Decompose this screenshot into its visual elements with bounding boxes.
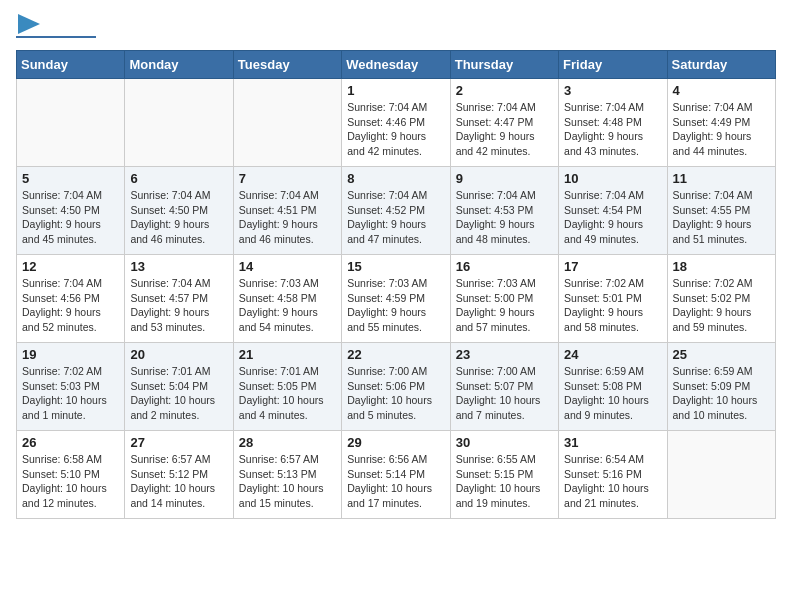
calendar-cell: 29Sunrise: 6:56 AM Sunset: 5:14 PM Dayli…: [342, 431, 450, 519]
calendar-cell: 3Sunrise: 7:04 AM Sunset: 4:48 PM Daylig…: [559, 79, 667, 167]
day-number: 23: [456, 347, 553, 362]
day-info: Sunrise: 7:01 AM Sunset: 5:04 PM Dayligh…: [130, 364, 227, 423]
day-number: 15: [347, 259, 444, 274]
calendar-cell: 26Sunrise: 6:58 AM Sunset: 5:10 PM Dayli…: [17, 431, 125, 519]
weekday-header: Sunday: [17, 51, 125, 79]
day-number: 31: [564, 435, 661, 450]
calendar-cell: 24Sunrise: 6:59 AM Sunset: 5:08 PM Dayli…: [559, 343, 667, 431]
day-info: Sunrise: 7:04 AM Sunset: 4:52 PM Dayligh…: [347, 188, 444, 247]
day-info: Sunrise: 7:04 AM Sunset: 4:56 PM Dayligh…: [22, 276, 119, 335]
day-info: Sunrise: 6:54 AM Sunset: 5:16 PM Dayligh…: [564, 452, 661, 511]
calendar-header: SundayMondayTuesdayWednesdayThursdayFrid…: [17, 51, 776, 79]
day-info: Sunrise: 7:03 AM Sunset: 4:59 PM Dayligh…: [347, 276, 444, 335]
calendar-cell: 11Sunrise: 7:04 AM Sunset: 4:55 PM Dayli…: [667, 167, 775, 255]
calendar-cell: 22Sunrise: 7:00 AM Sunset: 5:06 PM Dayli…: [342, 343, 450, 431]
calendar-cell: 30Sunrise: 6:55 AM Sunset: 5:15 PM Dayli…: [450, 431, 558, 519]
day-number: 8: [347, 171, 444, 186]
day-info: Sunrise: 6:59 AM Sunset: 5:09 PM Dayligh…: [673, 364, 770, 423]
calendar-cell: [17, 79, 125, 167]
day-number: 12: [22, 259, 119, 274]
day-number: 2: [456, 83, 553, 98]
calendar-cell: 14Sunrise: 7:03 AM Sunset: 4:58 PM Dayli…: [233, 255, 341, 343]
calendar-cell: [233, 79, 341, 167]
calendar-week-row: 19Sunrise: 7:02 AM Sunset: 5:03 PM Dayli…: [17, 343, 776, 431]
day-info: Sunrise: 7:02 AM Sunset: 5:02 PM Dayligh…: [673, 276, 770, 335]
calendar-cell: 27Sunrise: 6:57 AM Sunset: 5:12 PM Dayli…: [125, 431, 233, 519]
weekday-header: Thursday: [450, 51, 558, 79]
day-info: Sunrise: 7:04 AM Sunset: 4:49 PM Dayligh…: [673, 100, 770, 159]
day-info: Sunrise: 7:00 AM Sunset: 5:07 PM Dayligh…: [456, 364, 553, 423]
day-info: Sunrise: 7:04 AM Sunset: 4:54 PM Dayligh…: [564, 188, 661, 247]
day-info: Sunrise: 7:04 AM Sunset: 4:46 PM Dayligh…: [347, 100, 444, 159]
calendar-cell: 25Sunrise: 6:59 AM Sunset: 5:09 PM Dayli…: [667, 343, 775, 431]
day-number: 26: [22, 435, 119, 450]
day-number: 30: [456, 435, 553, 450]
day-info: Sunrise: 7:04 AM Sunset: 4:57 PM Dayligh…: [130, 276, 227, 335]
day-info: Sunrise: 7:00 AM Sunset: 5:06 PM Dayligh…: [347, 364, 444, 423]
day-number: 6: [130, 171, 227, 186]
day-number: 9: [456, 171, 553, 186]
calendar-cell: 12Sunrise: 7:04 AM Sunset: 4:56 PM Dayli…: [17, 255, 125, 343]
day-info: Sunrise: 6:57 AM Sunset: 5:13 PM Dayligh…: [239, 452, 336, 511]
calendar-cell: 17Sunrise: 7:02 AM Sunset: 5:01 PM Dayli…: [559, 255, 667, 343]
calendar-cell: 7Sunrise: 7:04 AM Sunset: 4:51 PM Daylig…: [233, 167, 341, 255]
calendar-cell: 31Sunrise: 6:54 AM Sunset: 5:16 PM Dayli…: [559, 431, 667, 519]
day-number: 11: [673, 171, 770, 186]
day-number: 10: [564, 171, 661, 186]
day-number: 7: [239, 171, 336, 186]
day-info: Sunrise: 6:58 AM Sunset: 5:10 PM Dayligh…: [22, 452, 119, 511]
logo-arrow-icon: [18, 14, 40, 34]
calendar-cell: 21Sunrise: 7:01 AM Sunset: 5:05 PM Dayli…: [233, 343, 341, 431]
page-header: [16, 16, 776, 38]
weekday-header: Tuesday: [233, 51, 341, 79]
calendar-week-row: 12Sunrise: 7:04 AM Sunset: 4:56 PM Dayli…: [17, 255, 776, 343]
logo: [16, 16, 96, 38]
day-number: 19: [22, 347, 119, 362]
calendar-cell: 19Sunrise: 7:02 AM Sunset: 5:03 PM Dayli…: [17, 343, 125, 431]
day-number: 29: [347, 435, 444, 450]
day-info: Sunrise: 7:03 AM Sunset: 5:00 PM Dayligh…: [456, 276, 553, 335]
day-number: 25: [673, 347, 770, 362]
calendar-cell: [667, 431, 775, 519]
calendar-cell: 2Sunrise: 7:04 AM Sunset: 4:47 PM Daylig…: [450, 79, 558, 167]
calendar-table: SundayMondayTuesdayWednesdayThursdayFrid…: [16, 50, 776, 519]
calendar-cell: 28Sunrise: 6:57 AM Sunset: 5:13 PM Dayli…: [233, 431, 341, 519]
day-number: 4: [673, 83, 770, 98]
day-info: Sunrise: 7:04 AM Sunset: 4:53 PM Dayligh…: [456, 188, 553, 247]
calendar-cell: 18Sunrise: 7:02 AM Sunset: 5:02 PM Dayli…: [667, 255, 775, 343]
day-number: 3: [564, 83, 661, 98]
day-info: Sunrise: 7:04 AM Sunset: 4:48 PM Dayligh…: [564, 100, 661, 159]
calendar-body: 1Sunrise: 7:04 AM Sunset: 4:46 PM Daylig…: [17, 79, 776, 519]
day-number: 17: [564, 259, 661, 274]
calendar-cell: [125, 79, 233, 167]
weekday-header: Wednesday: [342, 51, 450, 79]
day-number: 18: [673, 259, 770, 274]
calendar-cell: 20Sunrise: 7:01 AM Sunset: 5:04 PM Dayli…: [125, 343, 233, 431]
day-info: Sunrise: 7:04 AM Sunset: 4:55 PM Dayligh…: [673, 188, 770, 247]
calendar-week-row: 5Sunrise: 7:04 AM Sunset: 4:50 PM Daylig…: [17, 167, 776, 255]
weekday-row: SundayMondayTuesdayWednesdayThursdayFrid…: [17, 51, 776, 79]
day-number: 16: [456, 259, 553, 274]
day-number: 13: [130, 259, 227, 274]
calendar-cell: 15Sunrise: 7:03 AM Sunset: 4:59 PM Dayli…: [342, 255, 450, 343]
calendar-week-row: 1Sunrise: 7:04 AM Sunset: 4:46 PM Daylig…: [17, 79, 776, 167]
calendar-cell: 9Sunrise: 7:04 AM Sunset: 4:53 PM Daylig…: [450, 167, 558, 255]
day-number: 28: [239, 435, 336, 450]
calendar-cell: 23Sunrise: 7:00 AM Sunset: 5:07 PM Dayli…: [450, 343, 558, 431]
day-number: 22: [347, 347, 444, 362]
day-info: Sunrise: 6:57 AM Sunset: 5:12 PM Dayligh…: [130, 452, 227, 511]
weekday-header: Friday: [559, 51, 667, 79]
calendar-cell: 5Sunrise: 7:04 AM Sunset: 4:50 PM Daylig…: [17, 167, 125, 255]
calendar-cell: 6Sunrise: 7:04 AM Sunset: 4:50 PM Daylig…: [125, 167, 233, 255]
day-info: Sunrise: 6:59 AM Sunset: 5:08 PM Dayligh…: [564, 364, 661, 423]
day-info: Sunrise: 6:55 AM Sunset: 5:15 PM Dayligh…: [456, 452, 553, 511]
svg-marker-0: [18, 14, 40, 34]
weekday-header: Saturday: [667, 51, 775, 79]
calendar-cell: 8Sunrise: 7:04 AM Sunset: 4:52 PM Daylig…: [342, 167, 450, 255]
day-number: 1: [347, 83, 444, 98]
day-number: 20: [130, 347, 227, 362]
calendar-cell: 16Sunrise: 7:03 AM Sunset: 5:00 PM Dayli…: [450, 255, 558, 343]
day-info: Sunrise: 7:04 AM Sunset: 4:51 PM Dayligh…: [239, 188, 336, 247]
calendar-cell: 10Sunrise: 7:04 AM Sunset: 4:54 PM Dayli…: [559, 167, 667, 255]
day-number: 21: [239, 347, 336, 362]
